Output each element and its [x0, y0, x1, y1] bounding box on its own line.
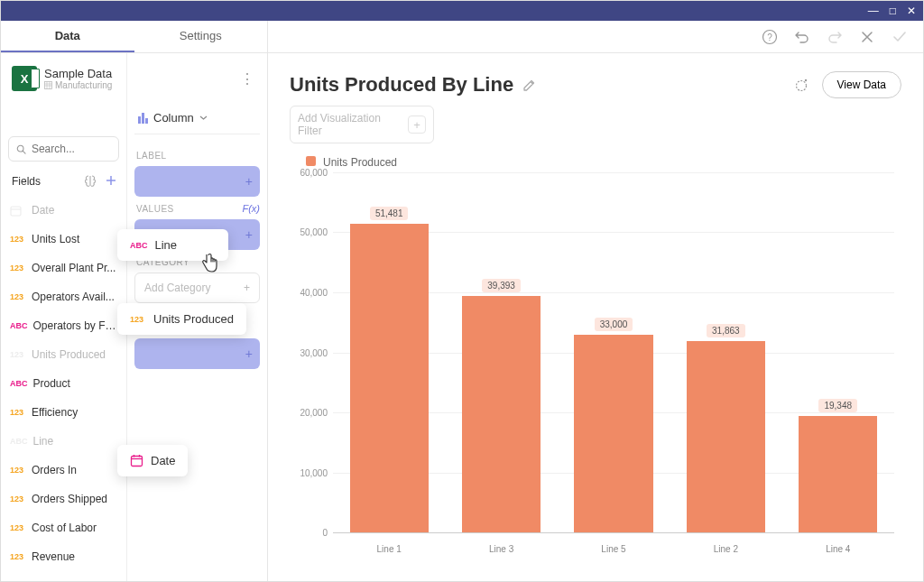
add-field-icon[interactable]: [105, 174, 117, 189]
field-label: Efficiency: [32, 406, 117, 419]
field-item[interactable]: 123Overall Plant Pr...: [1, 254, 126, 282]
fx-link[interactable]: F(x): [242, 203, 260, 214]
field-label: Operators Avail...: [32, 291, 117, 303]
field-item[interactable]: 123Units Lost: [1, 225, 126, 254]
field-item[interactable]: Date: [1, 196, 126, 225]
filters-slot[interactable]: +: [134, 338, 260, 369]
bar[interactable]: 33,000: [563, 172, 664, 532]
svg-point-17: [796, 81, 806, 91]
confirm-icon[interactable]: [891, 28, 909, 46]
chevron-down-icon: [199, 114, 208, 122]
abc-type-icon: ABC: [10, 437, 28, 446]
category-slot[interactable]: Add Category +: [134, 273, 260, 303]
help-icon[interactable]: ?: [761, 28, 779, 46]
svg-text:?: ?: [767, 32, 772, 42]
tab-settings[interactable]: Settings: [134, 21, 268, 52]
field-item[interactable]: 123Operators Avail...: [1, 282, 126, 311]
num-type-icon: 123: [10, 466, 26, 475]
bar-value-label: 51,481: [370, 207, 409, 220]
num-type-icon: 123: [10, 350, 26, 359]
drag-chip-label: Units Produced: [153, 312, 234, 326]
field-label: Overall Plant Pr...: [32, 262, 117, 274]
visualization-filter[interactable]: Add Visualization Filter +: [290, 106, 434, 143]
y-tick: 50,000: [300, 227, 328, 237]
x-tick: Line 5: [563, 544, 664, 554]
view-data-button[interactable]: View Data: [822, 71, 901, 98]
chart-type-label: Column: [153, 111, 194, 125]
svg-point-18: [804, 79, 806, 81]
field-item[interactable]: 123Orders In: [1, 456, 126, 485]
field-label: Operators by Fu...: [33, 319, 118, 332]
field-label: Revenue: [32, 550, 117, 563]
chart-legend: Units Produced: [290, 156, 901, 169]
field-item[interactable]: 123Efficiency: [1, 398, 126, 427]
y-tick: 30,000: [300, 347, 328, 357]
edit-title-icon[interactable]: [522, 79, 536, 92]
bar[interactable]: 39,393: [451, 172, 552, 532]
field-item[interactable]: 123Cost of Labor: [1, 513, 126, 542]
category-placeholder: Add Category: [144, 282, 210, 294]
datasource-menu[interactable]: ⋮: [236, 70, 259, 88]
chart-settings-icon[interactable]: [793, 77, 809, 93]
datasource-header: X Sample Data Manufacturing ⋮: [1, 53, 268, 100]
svg-rect-13: [132, 457, 143, 467]
y-tick: 0: [322, 528, 328, 538]
excel-icon: X: [12, 66, 37, 91]
plus-icon: +: [244, 282, 250, 294]
date-type-icon: [10, 205, 26, 217]
field-label: Orders Shipped: [32, 493, 117, 505]
field-item[interactable]: 123Units Produced: [1, 340, 126, 369]
datasource-name: Sample Data: [44, 67, 112, 80]
bar-value-label: 19,348: [818, 399, 857, 412]
legend-swatch: [306, 156, 316, 166]
label-slot[interactable]: +: [134, 166, 260, 197]
field-item[interactable]: 123Orders Shipped: [1, 485, 126, 513]
cancel-icon[interactable]: [858, 28, 876, 46]
bar[interactable]: 31,863: [675, 172, 776, 532]
search-input[interactable]: [8, 136, 119, 162]
column-chart-icon: [138, 113, 148, 124]
num-type-icon: 123: [10, 552, 26, 561]
y-tick: 60,000: [300, 168, 328, 178]
datasource-sub: Manufacturing: [44, 80, 112, 90]
drag-chip-units[interactable]: 123 Units Produced: [117, 303, 246, 335]
bar-value-label: 31,863: [707, 324, 745, 337]
window-titlebar: — □ ✕: [1, 1, 923, 21]
x-tick: Line 4: [788, 544, 889, 554]
calendar-icon: [130, 454, 143, 467]
redo-icon[interactable]: [826, 28, 844, 46]
fields-header-label: Fields: [12, 175, 41, 188]
cursor-icon: [200, 253, 218, 273]
bar[interactable]: 19,348: [788, 172, 889, 532]
tab-data[interactable]: Data: [1, 21, 134, 52]
window-minimize[interactable]: —: [868, 5, 879, 17]
chart-type-picker[interactable]: Column: [134, 100, 260, 134]
undo-icon[interactable]: [793, 28, 811, 46]
field-item[interactable]: ABCLine: [1, 427, 126, 456]
abc-type-icon: ABC: [130, 241, 148, 250]
bar[interactable]: 51,481: [338, 172, 439, 532]
y-tick: 20,000: [300, 407, 328, 417]
plus-icon: +: [245, 174, 253, 189]
brain-icon[interactable]: [83, 174, 97, 189]
window-close[interactable]: ✕: [907, 5, 916, 17]
x-tick: Line 1: [338, 544, 439, 554]
field-item[interactable]: ABCOperators by Fu...: [1, 311, 126, 340]
y-tick: 40,000: [300, 287, 328, 297]
window-maximize[interactable]: □: [890, 5, 896, 17]
num-type-icon: 123: [10, 292, 26, 301]
topbar: Data Settings ?: [1, 21, 923, 53]
num-type-icon: 123: [10, 263, 26, 273]
field-label: Line: [33, 435, 118, 448]
field-item[interactable]: ABCProduct: [1, 369, 126, 398]
plus-icon: +: [245, 346, 253, 361]
field-item[interactable]: 123Revenue: [1, 542, 126, 571]
field-label: Date: [32, 204, 117, 217]
field-label: Product: [33, 377, 118, 390]
drag-chip-date[interactable]: Date: [117, 445, 188, 476]
bar-value-label: 33,000: [595, 318, 633, 331]
abc-type-icon: ABC: [10, 379, 28, 388]
field-label: Units Lost: [32, 233, 117, 245]
chart-area: 010,00020,00030,00040,00050,00060,000 51…: [290, 172, 901, 563]
svg-line-8: [23, 151, 25, 153]
